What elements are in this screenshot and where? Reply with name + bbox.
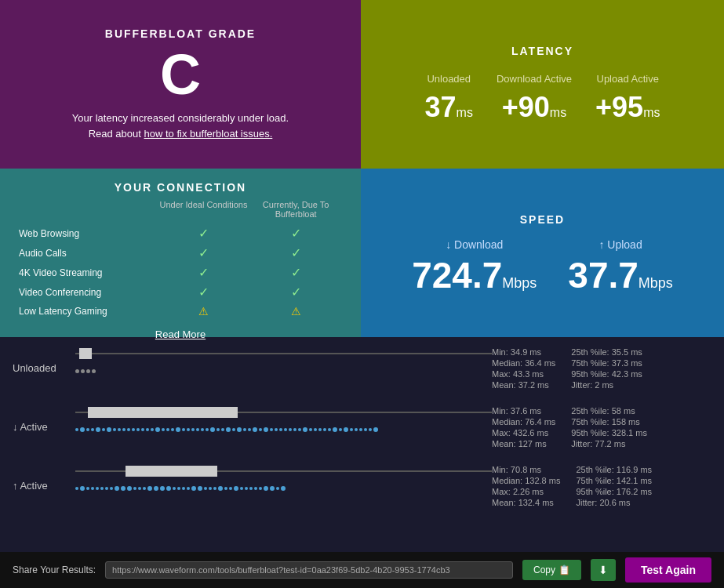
dot: [224, 487, 227, 490]
dot: [216, 428, 220, 431]
check-icon: ✓: [198, 227, 209, 240]
test-again-button[interactable]: Test Again: [625, 557, 711, 583]
connection-row-0: Web Browsing ✓ ✓: [19, 223, 342, 243]
latency-label-1: Download Active: [497, 73, 572, 85]
dot: [249, 487, 253, 490]
bufferbloat-description: Your latency increased considerably unde…: [72, 111, 289, 126]
dot: [275, 428, 278, 431]
download-speed-col: ↓ Download 724.7Mbps: [412, 238, 537, 293]
stat-right-1-1: 75th %ile: 158 ms: [571, 417, 647, 426]
dot: [284, 428, 287, 431]
check-icon: ✓: [198, 285, 209, 299]
dot: [138, 487, 141, 490]
bufferbloat-panel: BUFFERBLOAT GRADE C Your latency increas…: [0, 0, 361, 169]
stat-left-1-0: Min: 37.6 ms: [492, 406, 555, 416]
dot: [147, 486, 152, 491]
copy-button[interactable]: Copy 📋: [522, 560, 581, 580]
chart-row-unloaded: Unloaded Min: 34.9 msMedian: 36.4 msMax:…: [13, 347, 711, 390]
latency-title: LATENCY: [511, 45, 573, 57]
check-icon: ✓: [291, 227, 301, 240]
bar-dot-row-2: [75, 483, 492, 494]
dot: [171, 428, 174, 431]
dot: [154, 486, 158, 491]
dot: [115, 486, 119, 491]
dot: [75, 369, 79, 373]
download-icon: ⬇: [598, 564, 608, 576]
dot: [210, 427, 215, 432]
latency-label-0: Unloaded: [427, 73, 471, 85]
dot: [364, 428, 367, 431]
dot: [240, 487, 243, 490]
dot: [191, 428, 195, 431]
dot: [86, 487, 89, 490]
dot: [344, 427, 348, 432]
stat-right-2-3: Jitter: 20.6 ms: [576, 498, 652, 507]
stat-right-1-0: 25th %ile: 58 ms: [571, 406, 647, 416]
bar-track-0: [75, 347, 492, 361]
chart-label-2: ↑ Active: [13, 480, 75, 492]
charts-area: Unloaded Min: 34.9 msMedian: 36.4 msMax:…: [0, 337, 724, 532]
dot: [359, 428, 362, 431]
read-more-link[interactable]: Read More: [19, 328, 342, 340]
dot: [91, 487, 94, 490]
dot: [314, 428, 317, 431]
upload-speed-col: ↑ Upload 37.7Mbps: [568, 238, 673, 293]
stat-right-1-2: 95th %ile: 328.1 ms: [571, 428, 647, 437]
dot: [234, 486, 238, 491]
dot: [173, 487, 176, 490]
connection-row-4: Low Latency Gaming ⚠ ⚠: [19, 302, 342, 321]
dot: [92, 369, 96, 373]
download-button[interactable]: ⬇: [591, 559, 616, 581]
upload-label: ↑ Upload: [598, 238, 642, 251]
stat-left-0-0: Min: 34.9 ms: [492, 347, 555, 357]
dot: [323, 428, 326, 431]
stat-left-2-0: Min: 70.8 ms: [492, 465, 560, 474]
warn-icon: ⚠: [291, 305, 301, 318]
warn-icon: ⚠: [198, 305, 209, 318]
url-input[interactable]: [105, 561, 513, 579]
check-icon: ✓: [198, 266, 209, 279]
latency-value-2: +95ms: [595, 91, 660, 124]
chart-label-0: Unloaded: [13, 362, 75, 374]
connection-row-1: Audio Calls ✓ ✓: [19, 243, 342, 263]
latency-col-1: Download Active +90ms: [497, 73, 572, 124]
latency-columns: Unloaded 37ms Download Active +90ms Uplo…: [425, 73, 660, 124]
stat-left-0-2: Max: 43.3 ms: [492, 369, 555, 379]
dot: [121, 486, 126, 491]
share-label: Share Your Results:: [13, 564, 96, 575]
dot: [75, 487, 78, 490]
dot: [91, 428, 94, 431]
chart-label-1: ↓ Active: [13, 421, 75, 433]
bufferbloat-fix-link[interactable]: how to fix bufferbloat issues.: [144, 128, 273, 140]
dot: [177, 487, 180, 490]
dot: [110, 487, 113, 490]
stat-right-2-0: 25th %ile: 116.9 ms: [576, 465, 652, 474]
dot: [146, 428, 149, 431]
latency-panel: LATENCY Unloaded 37ms Download Active +9…: [361, 0, 724, 169]
dot: [133, 487, 136, 490]
stat-right-2-1: 75th %ile: 142.1 ms: [576, 476, 652, 485]
dot: [237, 427, 242, 432]
dot: [75, 428, 78, 431]
dot: [339, 428, 342, 431]
connection-title: YOUR CONNECTION: [19, 181, 342, 194]
stat-right-1-3: Jitter: 77.2 ms: [571, 439, 647, 448]
check-icon: ✓: [291, 266, 301, 279]
chart-row-download-active: ↓ Active Min: 37.6 msMedian: 76.4 msMax:…: [13, 405, 711, 448]
dot: [318, 428, 322, 431]
bar-track-1: [75, 405, 492, 419]
latency-col-2: Upload Active +95ms: [595, 73, 660, 124]
bar-dot-row-0: [75, 365, 492, 376]
dot: [127, 486, 132, 491]
stat-right-0-3: Jitter: 2 ms: [571, 380, 642, 390]
stat-right-0-0: 25th %ile: 35.5 ms: [571, 347, 642, 357]
dot: [143, 487, 146, 490]
dot: [303, 427, 307, 432]
dot: [155, 427, 160, 432]
dot: [80, 486, 85, 491]
dot: [118, 428, 121, 431]
speed-title: SPEED: [520, 213, 565, 226]
dot: [160, 486, 165, 491]
dot: [166, 486, 171, 491]
dot: [221, 428, 224, 431]
